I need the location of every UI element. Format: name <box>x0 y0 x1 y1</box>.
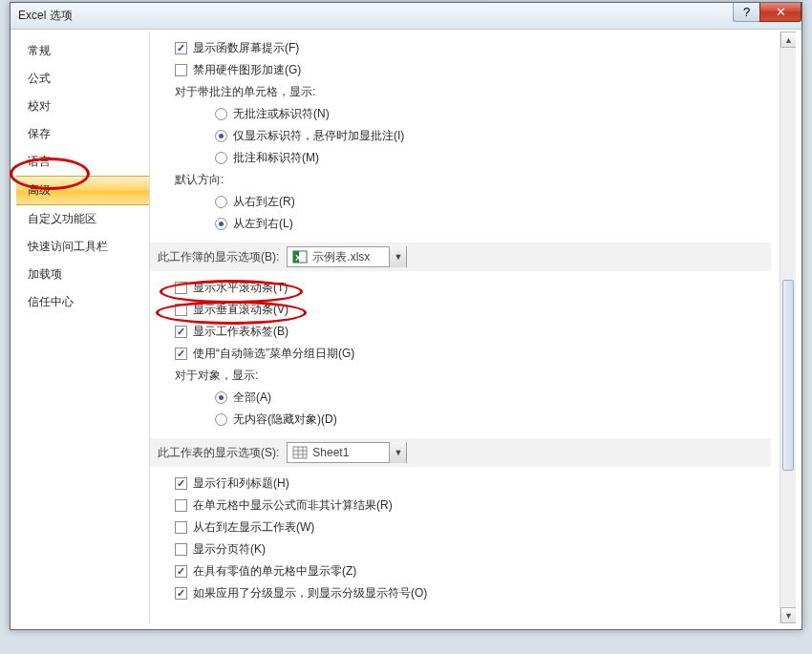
label-show-formulas: 在单元格中显示公式而非其计算结果(R) <box>193 497 393 514</box>
checkbox-outline-symbols[interactable] <box>175 587 187 600</box>
label-outline-symbols: 如果应用了分级显示，则显示分级显示符号(O) <box>193 585 427 601</box>
section-sheet-label: 此工作表的显示选项(S): <box>158 445 279 461</box>
label-objects-none: 无内容(隐藏对象)(D) <box>233 411 337 428</box>
label-function-tips: 显示函数屏幕提示(F) <box>193 40 299 56</box>
sidebar-item-trust[interactable]: 信任中心 <box>16 288 149 316</box>
sidebar-item-proofing[interactable]: 校对 <box>16 93 149 120</box>
radio-objects-all[interactable] <box>215 391 227 404</box>
radio-comments-indicator[interactable] <box>215 130 227 142</box>
radio-objects-none[interactable] <box>215 413 227 426</box>
options-dialog: Excel 选项 ? ✕ 常规 公式 校对 保存 语言 高级 自定义功能区 快速… <box>10 2 802 630</box>
label-show-zero: 在具有零值的单元格中显示零(Z) <box>193 563 356 580</box>
sidebar-item-language[interactable]: 语言 <box>16 148 149 176</box>
scroll-thumb[interactable] <box>782 280 794 471</box>
sidebar-item-formulas[interactable]: 公式 <box>16 65 149 93</box>
label-comments-indicator: 仅显示标识符，悬停时加显批注(I) <box>233 128 404 144</box>
label-ltr: 从左到右(L) <box>233 216 293 232</box>
section-workbook-display: 此工作簿的显示选项(B): X 示例表.xlsx ▼ <box>150 243 771 271</box>
sidebar-item-addins[interactable]: 加载项 <box>16 261 149 288</box>
scroll-down-icon[interactable]: ▼ <box>780 607 796 623</box>
checkbox-function-tips[interactable] <box>175 42 187 54</box>
checkbox-row-col-headers[interactable] <box>175 477 187 490</box>
radio-comments-none[interactable] <box>215 108 227 120</box>
radio-ltr[interactable] <box>215 218 227 230</box>
sidebar-item-advanced[interactable]: 高级 <box>16 176 149 205</box>
sidebar-item-save[interactable]: 保存 <box>16 120 149 148</box>
help-button[interactable]: ? <box>733 3 759 22</box>
checkbox-rtl-sheet[interactable] <box>175 521 187 534</box>
workbook-combo-text: 示例表.xlsx <box>312 249 389 265</box>
label-objects-header: 对于对象，显示: <box>175 365 771 387</box>
radio-comments-both[interactable] <box>215 152 227 164</box>
svg-rect-3 <box>293 447 307 458</box>
label-rtl: 从右到左(R) <box>233 194 295 210</box>
close-button[interactable]: ✕ <box>759 3 801 22</box>
sidebar-item-qat[interactable]: 快速访问工具栏 <box>16 233 149 261</box>
category-sidebar: 常规 公式 校对 保存 语言 高级 自定义功能区 快速访问工具栏 加载项 信任中… <box>16 32 150 623</box>
label-comments-header: 对于带批注的单元格，显示: <box>175 81 771 103</box>
label-autofilter-date-group: 使用“自动筛选”菜单分组日期(G) <box>193 346 354 362</box>
radio-rtl[interactable] <box>215 196 227 208</box>
label-hscroll: 显示水平滚动条(T) <box>193 280 288 296</box>
section-sheet-display: 此工作表的显示选项(S): Sheet1 ▼ <box>150 438 771 467</box>
checkbox-show-zero[interactable] <box>175 565 187 578</box>
workbook-combo[interactable]: X 示例表.xlsx ▼ <box>287 246 407 267</box>
checkbox-hscroll[interactable] <box>175 282 187 294</box>
vertical-scrollbar[interactable]: ▲ ▼ <box>780 32 796 623</box>
label-vscroll: 显示垂直滚动条(V) <box>193 302 288 318</box>
chevron-down-icon: ▼ <box>389 442 406 463</box>
checkbox-page-breaks[interactable] <box>175 543 187 556</box>
scroll-up-icon[interactable]: ▲ <box>780 32 796 48</box>
checkbox-disable-hw-accel[interactable] <box>175 64 187 76</box>
label-disable-hw-accel: 禁用硬件图形加速(G) <box>193 62 301 78</box>
svg-text:X: X <box>295 253 301 263</box>
label-page-breaks: 显示分页符(K) <box>193 541 266 558</box>
checkbox-autofilter-date-group[interactable] <box>175 348 187 360</box>
label-objects-all: 全部(A) <box>233 390 271 406</box>
sheet-combo[interactable]: Sheet1 ▼ <box>287 442 407 463</box>
sidebar-item-customize-ribbon[interactable]: 自定义功能区 <box>16 205 149 233</box>
label-comments-none: 无批注或标识符(N) <box>233 106 330 122</box>
label-row-col-headers: 显示行和列标题(H) <box>193 475 289 492</box>
label-sheet-tabs: 显示工作表标签(B) <box>193 324 288 340</box>
label-default-direction: 默认方向: <box>175 169 771 191</box>
chevron-down-icon: ▼ <box>389 246 406 267</box>
section-workbook-label: 此工作簿的显示选项(B): <box>158 249 279 265</box>
sidebar-item-general[interactable]: 常规 <box>16 37 149 65</box>
label-comments-both: 批注和标识符(M) <box>233 150 319 166</box>
sheet-icon <box>291 444 309 461</box>
label-rtl-sheet: 从右到左显示工作表(W) <box>193 519 314 536</box>
window-title: Excel 选项 <box>18 8 73 24</box>
sheet-combo-text: Sheet1 <box>312 446 389 459</box>
checkbox-show-formulas[interactable] <box>175 499 187 512</box>
checkbox-vscroll[interactable] <box>175 304 187 316</box>
checkbox-sheet-tabs[interactable] <box>175 326 187 338</box>
excel-file-icon: X <box>291 248 309 265</box>
options-panel: 显示函数屏幕提示(F) 禁用硬件图形加速(G) 对于带批注的单元格，显示: 无批… <box>150 32 796 623</box>
titlebar: Excel 选项 ? ✕ <box>11 3 801 30</box>
